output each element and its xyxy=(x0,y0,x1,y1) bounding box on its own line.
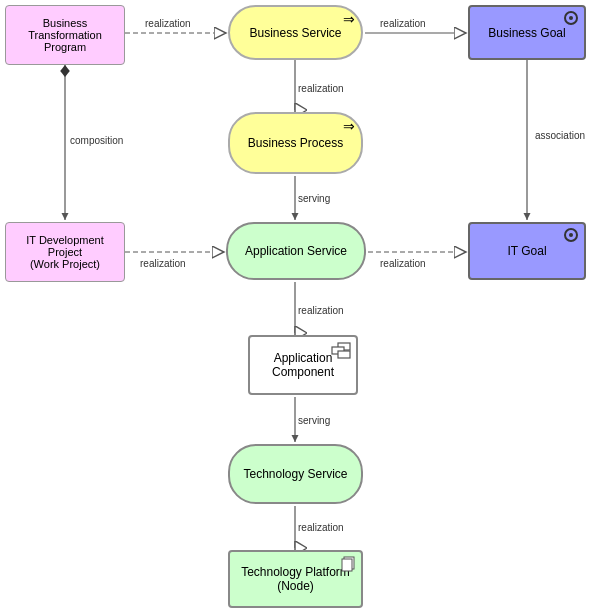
it-dev-project-label: IT Development Project (Work Project) xyxy=(26,234,103,270)
application-service-node: Application Service xyxy=(226,222,366,280)
business-service-icon: ⇒ xyxy=(343,11,355,27)
label-composition: composition xyxy=(70,135,123,146)
label-realization-itdp-as: realization xyxy=(140,258,186,269)
label-realization-as-ac: realization xyxy=(298,305,344,316)
label-realization-bs-bp: realization xyxy=(298,83,344,94)
application-component-label: Application Component xyxy=(272,351,334,379)
it-goal-icon xyxy=(564,228,578,242)
label-realization-ts-tp: realization xyxy=(298,522,344,533)
label-serving1: serving xyxy=(298,193,330,204)
technology-platform-label: Technology Platform (Node) xyxy=(241,565,350,593)
label-realization-btp-bs: realization xyxy=(145,18,191,29)
label-realization-bs-bg: realization xyxy=(380,18,426,29)
business-process-icon: ⇒ xyxy=(343,118,355,134)
svg-rect-15 xyxy=(342,559,352,571)
application-service-label: Application Service xyxy=(245,244,347,258)
business-service-label: Business Service xyxy=(249,26,341,40)
business-goal-icon xyxy=(564,11,578,25)
technology-platform-node: Technology Platform (Node) xyxy=(228,550,363,608)
business-process-node: Business Process ⇒ xyxy=(228,112,363,174)
application-component-node: Application Component xyxy=(248,335,358,395)
it-goal-label: IT Goal xyxy=(507,244,546,258)
it-dev-project-node: IT Development Project (Work Project) xyxy=(5,222,125,282)
label-association: association xyxy=(535,130,585,141)
label-serving2: serving xyxy=(298,415,330,426)
technology-service-node: Technology Service xyxy=(228,444,363,504)
business-goal-label: Business Goal xyxy=(488,26,565,40)
business-process-label: Business Process xyxy=(248,136,343,150)
technology-service-label: Technology Service xyxy=(243,467,347,481)
business-goal-node: Business Goal xyxy=(468,5,586,60)
architecture-diagram: realization realization association real… xyxy=(0,0,595,612)
it-goal-node: IT Goal xyxy=(468,222,586,280)
business-service-node: Business Service ⇒ xyxy=(228,5,363,60)
svg-rect-13 xyxy=(338,351,350,358)
app-component-icon xyxy=(330,341,352,363)
business-transformation-label: Business Transformation Program xyxy=(28,17,102,53)
label-realization-as-itg: realization xyxy=(380,258,426,269)
business-transformation-program-node: Business Transformation Program xyxy=(5,5,125,65)
tech-platform-icon xyxy=(341,556,357,572)
